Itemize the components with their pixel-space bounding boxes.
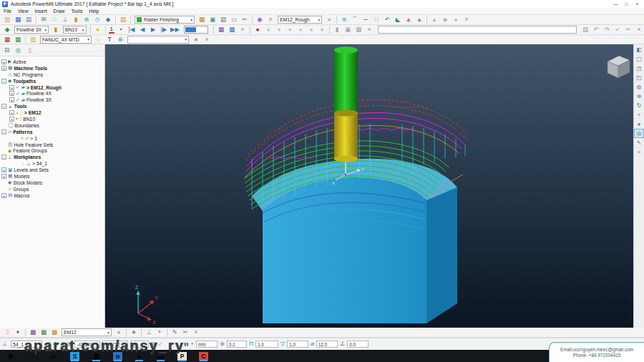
trash[interactable]: ▯ [26,47,34,54]
tree-item[interactable]: + ▤ Macros [0,192,104,199]
item[interactable] [250,26,250,34]
viewport-3d[interactable]: Y X Z Y X [105,44,633,328]
cortana-search[interactable]: ○ [26,351,37,361]
task-view[interactable]: ▭ [48,351,59,361]
tree-item[interactable]: ☼ ⊥ > 54_1 [0,160,104,167]
tree-item[interactable]: + ✓ ▰ Flowline 4X [0,90,104,97]
toolpath-create[interactable]: ≋ [82,16,92,24]
step-forward[interactable]: |▶ [159,26,169,34]
play[interactable]: ▶ [148,26,158,34]
menu-view[interactable]: View [18,9,29,14]
levels[interactable]: ▤ [118,16,128,24]
item[interactable] [25,36,26,44]
close-group-2[interactable]: × [462,16,472,24]
tree-item[interactable]: + ▦ Models [0,173,104,180]
light[interactable]: ☼ [94,36,104,44]
arc-fit[interactable]: ⌒ [350,16,360,24]
tree-expand-toggle[interactable]: − [1,79,6,84]
tree-expand-toggle[interactable]: − [1,104,6,109]
tree-item[interactable]: ◯ Boundaries [0,122,104,129]
item[interactable] [167,328,167,336]
zoom-plus[interactable]: + [635,111,643,119]
file-explorer[interactable]: ▤ [91,351,102,361]
sim-save-1[interactable]: ▮ [332,26,342,34]
angle-field[interactable]: 0.0 [347,341,369,348]
tree-expand-toggle[interactable]: + [1,174,6,179]
stepover-field[interactable]: 1.0 [287,341,308,348]
item[interactable] [329,26,330,34]
workplane-edit[interactable]: ⊥ [144,328,154,336]
skype[interactable]: S [69,351,80,361]
cone-blue[interactable]: ▲ [414,16,424,24]
macro[interactable]: ✉ [39,16,49,24]
draw-pencil[interactable]: ✎ [170,328,180,336]
item[interactable] [126,328,127,336]
go-to-end[interactable]: ▶▶ [170,26,180,34]
holder-2[interactable]: ◆ [440,16,450,24]
go-to-start[interactable]: |◀ [127,26,137,34]
item[interactable] [90,26,91,34]
tp-purple[interactable]: ▩ [28,328,38,336]
machine-empty-dropdown[interactable]: ▾ [127,36,189,44]
sim-save-3[interactable]: ▦ [353,26,364,34]
item[interactable] [130,16,131,24]
world-3[interactable]: ◎ [60,341,65,348]
tool-create[interactable]: ▮ [71,16,81,24]
tree-item[interactable]: ● ▱ > 1 [0,135,104,142]
sim-save-2[interactable]: ▣ [343,26,353,34]
viewmill-shaded[interactable]: ● [274,26,284,34]
tree-expand-toggle[interactable]: + [1,66,6,71]
tree-expand-toggle[interactable]: + [9,117,14,122]
viewmill-fixed[interactable]: ● [296,26,306,34]
step-dropdown-arrow[interactable]: ▾ [116,26,126,34]
camtasia[interactable]: C [198,351,209,361]
active-toolpath-dropdown[interactable]: EM12_Rough ▾ [278,16,322,24]
tree-expand-toggle[interactable]: + [1,59,6,64]
viewmill-rotary[interactable]: ● [306,26,316,34]
measure-arrow[interactable]: ↙ [158,341,163,348]
view-shaded-ball[interactable]: ◍ [635,83,643,91]
item[interactable] [336,16,337,24]
tree-item[interactable]: ◆ Feature Groups [0,147,104,154]
close-bar[interactable]: × [202,36,212,44]
units-field[interactable]: mm [196,341,218,348]
tree-item[interactable]: + ▶ Active [0,59,104,65]
tree-item[interactable]: ▥ Hole Feature Sets [0,142,104,148]
viewmill-off[interactable]: ● [263,26,273,34]
cut-tool[interactable]: ✂ [180,328,190,336]
outlook[interactable]: o [112,351,123,361]
accept[interactable]: ✓ [613,26,623,34]
machine-dropdown[interactable]: FANUC_4X MTD ▾ [40,36,92,44]
tolerance-field[interactable]: 0.1 [227,341,247,348]
tree-expand-toggle[interactable]: + [9,97,14,102]
minimize-button[interactable]: — [610,1,621,8]
tp-green[interactable]: ▩ [39,328,49,336]
holder-3[interactable]: ● [451,16,461,24]
menu-insert[interactable]: Insert [35,9,47,14]
holder-1[interactable]: ▲ [429,16,439,24]
batch-process[interactable]: ▣ [208,16,218,24]
view-block[interactable]: ◧ [635,46,643,54]
refresh-view[interactable]: ↻ [635,102,643,109]
cut[interactable]: ✂ [623,26,633,34]
pattern[interactable]: ∷ [49,16,59,24]
close-bar[interactable]: × [191,328,201,336]
axis-cross[interactable]: + [155,328,165,336]
tool-holder[interactable]: ▯ [2,328,12,336]
close-strip[interactable]: × [635,148,643,156]
cursor-z-field[interactable]: 0 [130,341,149,348]
start-button[interactable]: ⊞ [5,351,16,361]
workplane[interactable]: ⊥ [60,16,70,24]
redo[interactable]: ↷ [602,26,612,34]
viewmill-exit[interactable]: ● [317,26,327,34]
open-machine[interactable]: ▥ [28,36,38,44]
shaded-mode[interactable]: ● [635,120,643,128]
tree-expand-toggle[interactable]: + [9,91,14,96]
step-back[interactable]: ◀ [137,26,147,34]
menu-help[interactable]: Help [89,9,99,14]
open-project[interactable]: ▥ [2,16,12,24]
viewmill-rainbow[interactable]: ● [285,26,295,34]
menu-file[interactable]: File [4,9,11,14]
print[interactable]: ▤ [24,16,34,24]
tree-item[interactable]: + ● ▯ > EM12 [0,109,104,116]
